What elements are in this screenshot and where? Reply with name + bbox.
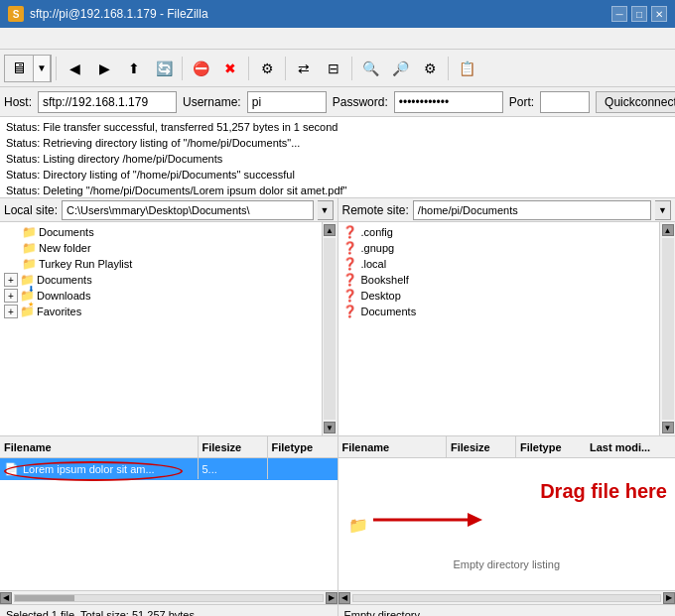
scrollbar-track [14,594,324,602]
search2-button[interactable]: 🔎 [386,55,414,82]
quickconnect-button[interactable]: Quickconnect [596,91,675,113]
file-name-cell: 📄 Lorem ipsum dolor sit am... [0,458,199,479]
status-prefix-2: Status: [6,137,40,149]
local-tree-item-3[interactable]: 📁 Turkey Run Playlist [2,256,320,272]
refresh-button[interactable]: 🔄 [150,55,178,82]
tree-item-label: Documents [361,306,417,317]
file-list-container: Filename Filesize Filetype 📄 Lorem ipsum… [0,436,675,605]
tree-item-label: Bookshelf [361,274,409,286]
local-path-dropdown[interactable]: ▼ [318,200,334,220]
scrollbar-down[interactable]: ▼ [662,422,674,433]
toolbar-divider-4 [285,57,286,80]
scrollbar-down[interactable]: ▼ [324,422,336,433]
tree-item-label: .local [361,258,387,270]
local-tree: 📁 Documents 📁 New folder 📁 Turkey Run Pl… [0,222,322,435]
scrollbar-track [324,238,336,420]
file-row-1[interactable]: 📄 Lorem ipsum dolor sit am... 5... [0,458,338,480]
close-button[interactable]: ✕ [651,6,667,22]
title-bar-left: S sftp://pi@192.168.1.179 - FileZilla [8,6,208,22]
drag-indicator: 📁 [348,515,368,534]
toolbar: 🖥 ▼ ◀ ▶ ⬆ 🔄 ⛔ ✖ ⚙ ⇄ ⊟ 🔍 🔎 ⚙ 📋 [0,50,675,87]
local-tree-item-2[interactable]: 📁 New folder [2,240,320,256]
window-controls[interactable]: ─ □ ✕ [611,6,667,22]
local-file-list-body: 📄 Lorem ipsum dolor sit am... 5... [0,458,338,590]
tree-expand-icon[interactable]: + [4,289,18,303]
remote-file-list-header: Filename Filesize Filetype Last modi... [338,436,676,458]
status-prefix-3: Status: [6,153,40,165]
scrollbar-up[interactable]: ▲ [662,224,674,236]
sync-button[interactable]: ⇄ [290,55,318,82]
back-button[interactable]: ◀ [61,55,88,82]
search-button[interactable]: 🔍 [356,55,384,82]
remote-tree-item-3[interactable]: ❓ .local [340,256,658,272]
col-modified-remote: Last modi... [586,436,675,457]
remote-tree-item-4[interactable]: ❓ Bookshelf [340,272,658,288]
local-scrollbar[interactable]: ◀ ▶ [0,590,338,604]
remote-tree-item-1[interactable]: ❓ .config [340,224,658,240]
local-tree-item-4[interactable]: + 📁 Documents [2,272,320,288]
scrollbar-up[interactable]: ▲ [324,224,336,236]
remote-tree-item-2[interactable]: ❓ .gnupg [340,240,658,256]
port-input[interactable] [540,91,590,113]
remote-tree-scrollbar[interactable]: ▲ ▼ [659,222,675,435]
toolbar-divider-5 [351,57,352,80]
file-name-text: Lorem ipsum dolor sit am... [23,463,155,475]
filter-button[interactable]: ⚙ [416,55,444,82]
local-tree-scrollbar[interactable]: ▲ ▼ [322,222,338,435]
folder-icon-remote: 📁 [348,515,368,534]
tree-item-label: .gnupg [361,242,395,254]
username-label: Username: [183,95,241,109]
remote-path-input[interactable] [413,200,651,220]
host-input[interactable] [38,91,177,113]
question-icon: ❓ [342,305,357,318]
password-input[interactable] [394,91,503,113]
local-status-text: Selected 1 file. Total size: 51,257 byte… [0,605,338,616]
scrollbar-track [352,594,662,602]
menu-bar [0,28,675,50]
server-manager-button[interactable]: 🖥 [5,55,33,82]
local-tree-item-1[interactable]: 📁 Documents [2,224,320,240]
file-icon: 📄 [4,462,19,476]
local-tree-item-6[interactable]: + 📁★ Favorites [2,304,320,319]
empty-directory-text: Empty directory listing [453,558,560,570]
disconnect-button[interactable]: ✖ [216,55,244,82]
remote-path-dropdown[interactable]: ▼ [655,200,671,220]
compare-button[interactable]: ⊟ [320,55,347,82]
local-file-list-header: Filename Filesize Filetype [0,436,338,458]
remote-tree-item-5[interactable]: ❓ Desktop [340,288,658,304]
scrollbar-right[interactable]: ▶ [326,592,338,604]
tree-expand-icon[interactable]: + [4,305,18,318]
maximize-button[interactable]: □ [631,6,647,22]
toolbar-divider-6 [448,57,449,80]
remote-tree-item-6[interactable]: ❓ Documents [340,304,658,319]
status-line-4: Status: Directory listing of "/home/pi/D… [6,167,669,183]
transfer-settings-button[interactable]: ⚙ [253,55,281,82]
local-path-input[interactable] [62,200,313,220]
app-icon: S [8,6,24,22]
scrollbar-left[interactable]: ◀ [338,592,350,604]
password-label: Password: [333,95,388,109]
stop-button[interactable]: ⛔ [187,55,214,82]
log-button[interactable]: 📋 [453,55,480,82]
local-tree-item-5[interactable]: + 📁⬇ Downloads [2,288,320,304]
scrollbar-thumb [15,595,74,601]
remote-scrollbar[interactable]: ◀ ▶ [338,590,676,604]
file-size-cell: 5... [199,458,268,479]
minimize-button[interactable]: ─ [611,6,627,22]
toolbar-divider-2 [182,57,183,80]
col-filetype-remote: Filetype [516,436,586,457]
scrollbar-left[interactable]: ◀ [0,592,12,604]
scrollbar-right[interactable]: ▶ [663,592,675,604]
remote-file-list-body: 📁 Drag file here Empty directory listing [338,458,676,590]
folder-icon: 📁 [22,241,37,255]
window-title: sftp://pi@192.168.1.179 - FileZilla [30,7,208,21]
drag-arrow-container [368,505,487,535]
question-icon: ❓ [342,273,357,287]
server-manager-dropdown[interactable]: ▼ [33,55,51,82]
parent-button[interactable]: ⬆ [120,55,148,82]
tree-expand-icon[interactable]: + [4,273,18,287]
username-input[interactable] [247,91,327,113]
folder-icon: 📁★ [20,305,35,318]
folder-icon: 📁 [22,257,37,271]
forward-button[interactable]: ▶ [90,55,118,82]
